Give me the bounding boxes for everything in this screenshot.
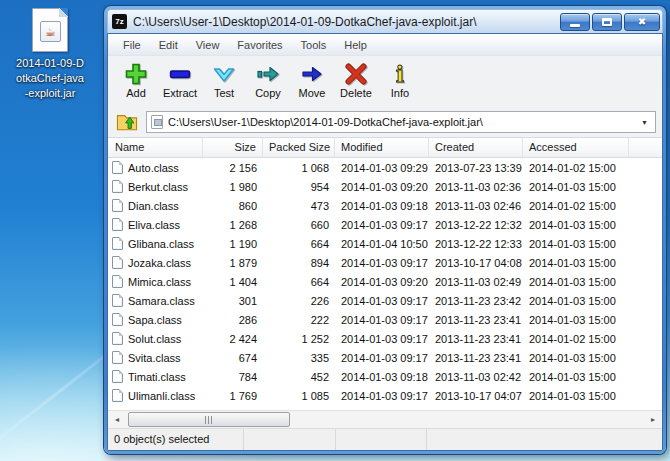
- cell-size: 1 190: [203, 238, 263, 250]
- menu-favorites[interactable]: Favorites: [228, 36, 291, 54]
- cell-accessed: 2014-01-03 15:00: [523, 390, 629, 402]
- table-row[interactable]: Jozaka.class 1 879 894 2014-01-03 09:17 …: [108, 253, 662, 272]
- toolbar-button-label: Test: [214, 87, 234, 99]
- move-button[interactable]: Move: [290, 60, 334, 99]
- test-check-icon: [211, 62, 237, 86]
- up-one-level-button[interactable]: [114, 110, 140, 134]
- cell-created: 2013-10-17 04:08: [429, 257, 523, 269]
- class-file-icon: [112, 389, 123, 402]
- minimize-icon: [570, 24, 580, 27]
- info-i-icon: i: [387, 62, 413, 86]
- minimize-button[interactable]: [560, 13, 590, 31]
- class-file-icon: [112, 313, 123, 326]
- cell-created: 2013-11-03 02:36: [429, 181, 523, 193]
- cell-packed-size: 894: [263, 257, 335, 269]
- menu-help[interactable]: Help: [335, 36, 376, 54]
- column-header-modified[interactable]: Modified: [335, 138, 429, 157]
- scroll-left-button[interactable]: ◂: [108, 411, 126, 428]
- class-file-icon: [112, 275, 123, 288]
- class-file-icon: [112, 199, 123, 212]
- horizontal-scrollbar[interactable]: ◂ ▸: [108, 410, 662, 428]
- cell-created: 2013-10-17 04:07: [429, 390, 523, 402]
- table-row[interactable]: Dian.class 860 473 2014-01-03 09:18 2013…: [108, 196, 662, 215]
- status-cell: [244, 429, 336, 450]
- class-file-icon: [112, 180, 123, 193]
- desktop-icon-jar-file[interactable]: ☕ 2014-01-09-D otkaChef-java -exploit.ja…: [4, 8, 96, 101]
- add-button[interactable]: Add: [114, 60, 158, 99]
- class-file-icon: [112, 237, 123, 250]
- table-row[interactable]: Auto.class 2 156 1 068 2014-01-03 09:29 …: [108, 158, 662, 177]
- table-row[interactable]: Sapa.class 286 222 2014-01-03 09:17 2013…: [108, 310, 662, 329]
- java-jar-file-icon: ☕: [32, 8, 68, 52]
- table-row[interactable]: Svita.class 674 335 2014-01-03 09:17 201…: [108, 348, 662, 367]
- cell-created: 2013-12-22 12:32: [429, 219, 523, 231]
- extract-button[interactable]: Extract: [158, 60, 202, 99]
- cell-packed-size: 1 252: [263, 333, 335, 345]
- toolbar-button-label: Add: [126, 87, 146, 99]
- menu-edit[interactable]: Edit: [150, 36, 187, 54]
- menu-file[interactable]: File: [114, 36, 150, 54]
- cell-created: 2013-11-23 23:41: [429, 352, 523, 364]
- table-row[interactable]: Eliva.class 1 268 660 2014-01-03 09:17 2…: [108, 215, 662, 234]
- cell-accessed: 2014-01-02 15:00: [523, 200, 629, 212]
- menu-view[interactable]: View: [187, 36, 229, 54]
- cell-modified: 2014-01-04 10:50: [335, 238, 429, 250]
- window-controls: ✖: [560, 13, 660, 31]
- cell-size: 1 769: [203, 390, 263, 402]
- column-header-filler: [629, 138, 662, 157]
- cell-modified: 2014-01-03 09:20: [335, 276, 429, 288]
- svg-text:i: i: [396, 62, 404, 86]
- copy-button[interactable]: Copy: [246, 60, 290, 99]
- delete-x-icon: [343, 62, 369, 86]
- address-combo[interactable]: C:\Users\User-1\Desktop\2014-01-09-Dotka…: [146, 111, 656, 133]
- scroll-right-button[interactable]: ▸: [644, 411, 662, 428]
- table-row[interactable]: Samara.class 301 226 2014-01-03 09:17 20…: [108, 291, 662, 310]
- dropdown-arrow-icon[interactable]: ▼: [638, 119, 651, 126]
- maximize-button[interactable]: [592, 13, 622, 31]
- status-bar: 0 object(s) selected: [108, 428, 662, 450]
- column-header-accessed[interactable]: Accessed: [523, 138, 629, 157]
- table-row[interactable]: Glibana.class 1 190 664 2014-01-04 10:50…: [108, 234, 662, 253]
- table-row[interactable]: Timati.class 784 452 2014-01-03 09:18 20…: [108, 367, 662, 386]
- menu-tools[interactable]: Tools: [292, 36, 336, 54]
- cell-size: 784: [203, 371, 263, 383]
- column-header-created[interactable]: Created: [429, 138, 523, 157]
- test-button[interactable]: Test: [202, 60, 246, 99]
- table-row[interactable]: Ulimanli.class 1 769 1 085 2014-01-03 09…: [108, 386, 662, 405]
- cell-name: Glibana.class: [108, 237, 203, 250]
- cell-modified: 2014-01-03 09:17: [335, 333, 429, 345]
- cell-size: 1 980: [203, 181, 263, 193]
- cell-created: 2013-11-23 23:41: [429, 314, 523, 326]
- column-header-size[interactable]: Size: [203, 138, 263, 157]
- table-row[interactable]: Berkut.class 1 980 954 2014-01-03 09:20 …: [108, 177, 662, 196]
- column-header-name[interactable]: Name: [108, 138, 203, 157]
- column-header-packed-size[interactable]: Packed Size: [263, 138, 335, 157]
- cell-packed-size: 226: [263, 295, 335, 307]
- toolbar-button-label: Delete: [340, 87, 372, 99]
- cell-name: Eliva.class: [108, 218, 203, 231]
- titlebar[interactable]: 7z C:\Users\User-1\Desktop\2014-01-09-Do…: [107, 9, 663, 33]
- cell-accessed: 2014-01-03 15:00: [523, 238, 629, 250]
- scrollbar-thumb[interactable]: [128, 412, 290, 427]
- delete-button[interactable]: Delete: [334, 60, 378, 99]
- close-icon: ✖: [638, 17, 646, 27]
- info-button[interactable]: i Info: [378, 60, 422, 99]
- table-row[interactable]: Mimica.class 1 404 664 2014-01-03 09:20 …: [108, 272, 662, 291]
- cell-accessed: 2014-01-03 15:00: [523, 295, 629, 307]
- table-row[interactable]: Solut.class 2 424 1 252 2014-01-03 09:17…: [108, 329, 662, 348]
- address-path: C:\Users\User-1\Desktop\2014-01-09-Dotka…: [168, 116, 633, 128]
- close-button[interactable]: ✖: [624, 13, 660, 31]
- class-file-icon: [112, 294, 123, 307]
- class-file-icon: [112, 161, 123, 174]
- java-cup-icon: ☕: [40, 21, 61, 42]
- scrollbar-track[interactable]: [126, 411, 644, 428]
- desktop: ☕ 2014-01-09-D otkaChef-java -exploit.ja…: [0, 0, 670, 461]
- cell-name: Timati.class: [108, 370, 203, 383]
- icon-label-line: 2014-01-09-D: [4, 56, 96, 71]
- cell-name: Svita.class: [108, 351, 203, 364]
- toolbar-button-label: Extract: [163, 87, 197, 99]
- toolbar-button-label: Copy: [255, 87, 281, 99]
- cell-size: 674: [203, 352, 263, 364]
- file-list-body: Auto.class 2 156 1 068 2014-01-03 09:29 …: [108, 158, 662, 410]
- cell-size: 1 879: [203, 257, 263, 269]
